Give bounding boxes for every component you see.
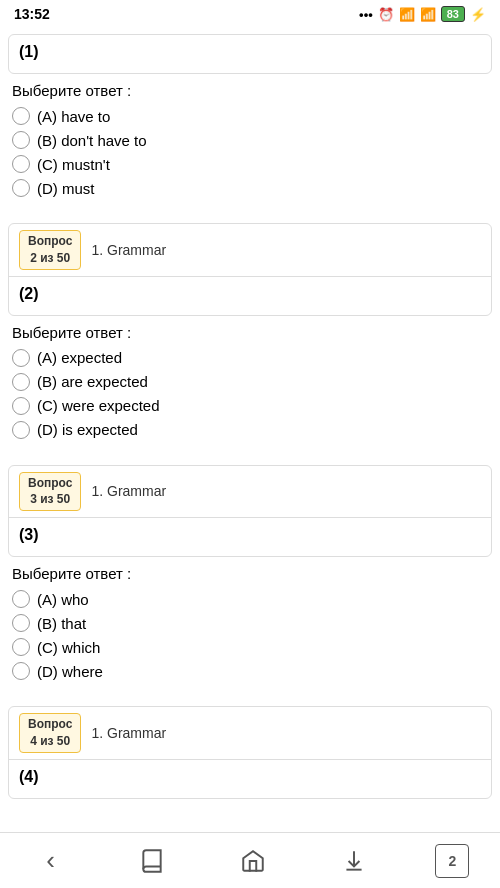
- question-category-3: 1. Grammar: [91, 483, 166, 499]
- option-2-b[interactable]: (B) are expected: [12, 373, 488, 391]
- charging-icon: ⚡: [470, 7, 486, 22]
- question-body-2: (2): [9, 277, 491, 315]
- question-category-4: 1. Grammar: [91, 725, 166, 741]
- question-body-4: (4): [9, 760, 491, 798]
- question-card-1: (1): [8, 34, 492, 74]
- option-label-2-a: (A) expected: [37, 349, 122, 366]
- option-label-2-b: (B) are expected: [37, 373, 148, 390]
- question-badge-4: Вопрос 4 из 50: [19, 713, 81, 753]
- question-category-2: 1. Grammar: [91, 242, 166, 258]
- home-button[interactable]: [233, 841, 273, 881]
- question-badge-2: Вопрос 2 из 50: [19, 230, 81, 270]
- answer-section-3: Выберите ответ : (A) who (B) that (C) wh…: [0, 557, 500, 698]
- question-body-1: (1): [9, 35, 491, 73]
- wifi-icon: 📶: [420, 7, 436, 22]
- question-card-4: Вопрос 4 из 50 1. Grammar (4): [8, 706, 492, 799]
- question-card-2: Вопрос 2 из 50 1. Grammar (2): [8, 223, 492, 316]
- radio-2-d[interactable]: [12, 421, 30, 439]
- option-label-2-d: (D) is expected: [37, 421, 138, 438]
- book-button[interactable]: [132, 841, 172, 881]
- radio-3-b[interactable]: [12, 614, 30, 632]
- radio-1-c[interactable]: [12, 155, 30, 173]
- option-label-3-d: (D) where: [37, 663, 103, 680]
- radio-2-b[interactable]: [12, 373, 30, 391]
- radio-3-a[interactable]: [12, 590, 30, 608]
- option-2-c[interactable]: (C) were expected: [12, 397, 488, 415]
- option-1-b[interactable]: (B) don't have to: [12, 131, 488, 149]
- status-bar: 13:52 ••• ⏰ 📶 📶 83 ⚡: [0, 0, 500, 26]
- alarm-icon: ⏰: [378, 7, 394, 22]
- option-label-1-a: (A) have to: [37, 108, 110, 125]
- option-label-3-a: (A) who: [37, 591, 89, 608]
- option-label-1-d: (D) must: [37, 180, 95, 197]
- battery-indicator: 83: [441, 6, 465, 22]
- answer-label-3: Выберите ответ :: [12, 565, 488, 582]
- option-3-d[interactable]: (D) where: [12, 662, 488, 680]
- question-body-3: (3): [9, 518, 491, 556]
- option-1-a[interactable]: (A) have to: [12, 107, 488, 125]
- question-header-2: Вопрос 2 из 50 1. Grammar: [9, 224, 491, 277]
- signal-icon: 📶: [399, 7, 415, 22]
- download-button[interactable]: [334, 841, 374, 881]
- back-button[interactable]: ‹: [31, 841, 71, 881]
- radio-3-c[interactable]: [12, 638, 30, 656]
- answer-label-2: Выберите ответ :: [12, 324, 488, 341]
- radio-3-d[interactable]: [12, 662, 30, 680]
- radio-1-a[interactable]: [12, 107, 30, 125]
- option-label-1-c: (C) mustn't: [37, 156, 110, 173]
- option-label-1-b: (B) don't have to: [37, 132, 147, 149]
- radio-1-b[interactable]: [12, 131, 30, 149]
- radio-1-d[interactable]: [12, 179, 30, 197]
- option-2-a[interactable]: (A) expected: [12, 349, 488, 367]
- option-3-a[interactable]: (A) who: [12, 590, 488, 608]
- question-badge-3: Вопрос 3 из 50: [19, 472, 81, 512]
- option-3-c[interactable]: (C) which: [12, 638, 488, 656]
- option-1-d[interactable]: (D) must: [12, 179, 488, 197]
- answer-label-1: Выберите ответ :: [12, 82, 488, 99]
- time: 13:52: [14, 6, 50, 22]
- option-1-c[interactable]: (C) mustn't: [12, 155, 488, 173]
- question-header-3: Вопрос 3 из 50 1. Grammar: [9, 466, 491, 519]
- option-2-d[interactable]: (D) is expected: [12, 421, 488, 439]
- option-3-b[interactable]: (B) that: [12, 614, 488, 632]
- question-card-3: Вопрос 3 из 50 1. Grammar (3): [8, 465, 492, 558]
- radio-2-a[interactable]: [12, 349, 30, 367]
- question-header-4: Вопрос 4 из 50 1. Grammar: [9, 707, 491, 760]
- pages-button[interactable]: 2: [435, 844, 469, 878]
- option-label-3-c: (C) which: [37, 639, 100, 656]
- answer-section-1: Выберите ответ : (A) have to (B) don't h…: [0, 74, 500, 215]
- option-label-3-b: (B) that: [37, 615, 86, 632]
- status-icons: ••• ⏰ 📶 📶 83 ⚡: [359, 6, 486, 22]
- dots-icon: •••: [359, 7, 373, 22]
- radio-2-c[interactable]: [12, 397, 30, 415]
- bottom-nav: ‹ 2: [0, 832, 500, 888]
- answer-section-2: Выберите ответ : (A) expected (B) are ex…: [0, 316, 500, 457]
- option-label-2-c: (C) were expected: [37, 397, 160, 414]
- main-content: (1) Выберите ответ : (A) have to (B) don…: [0, 26, 500, 863]
